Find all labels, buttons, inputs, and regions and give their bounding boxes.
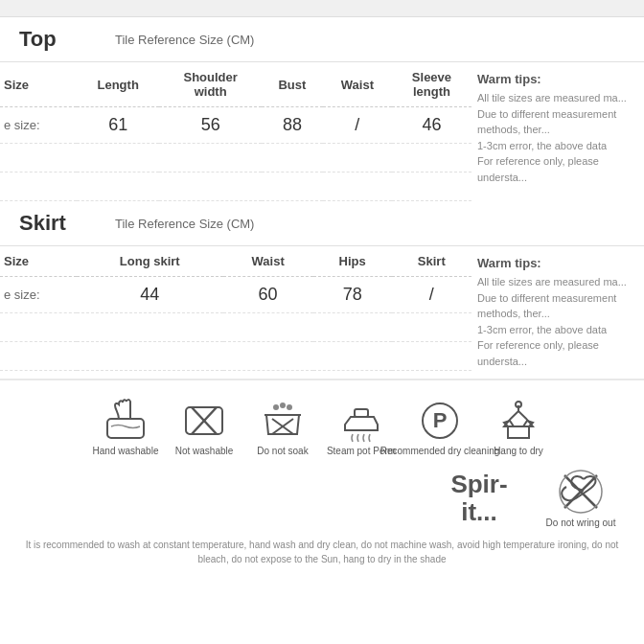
top-section-header: Top Tile Reference Size (CM) [0,17,644,62]
top-row-1: e size: 61 56 88 / 46 [0,107,472,144]
skirt-row-size: e size: [0,277,77,313]
top-row-shoulder: 56 [159,107,262,144]
care-recommended-dry-cleaning: P Recommended dry cleaning [405,396,474,456]
svg-point-13 [516,402,521,407]
top-tips-text: All tile sizes are measured ma... Due to… [477,90,638,185]
do-not-wring-label: Do not wring out [546,518,616,528]
care-not-washable: Not washable [170,396,239,456]
hang-to-dry-label: Hang to dry [494,446,543,456]
hand-washable-label: Hand washable [93,446,159,456]
skirt-row-skirt: / [392,277,472,313]
do-not-wring-icon [557,468,605,516]
care-spirit-brand: Spir-it... [441,471,518,525]
skirt-warm-tips: Warm tips: All tile sizes are measured m… [472,246,644,379]
skirt-table-left: Size Long skirt Waist Hips Skirt e size:… [0,246,472,379]
top-row-bust: 88 [262,107,323,144]
svg-text:P: P [433,408,448,432]
col-waist: Waist [323,62,392,107]
care-instructions: It is recommended to wash at constant te… [0,534,644,572]
top-row-waist: / [323,107,392,144]
care-do-not-wring: Do not wring out [546,468,615,528]
skirt-tips-title: Warm tips: [477,256,638,270]
care-section: Hand washable Not washable [0,379,644,578]
care-do-not-soak: Do not soak [248,396,317,456]
top-title: Top [19,27,96,52]
skirt-empty-row-2 [0,342,472,371]
top-size-table: Size Length Shoulderwidth Bust Waist Sle… [0,62,472,201]
top-table-left: Size Length Shoulderwidth Bust Waist Sle… [0,62,472,201]
svg-rect-0 [107,419,144,438]
top-row-size: e size: [0,107,77,144]
skirt-col-longskirt: Long skirt [77,246,223,277]
top-bar [0,0,644,17]
top-empty-row-2 [0,172,472,201]
skirt-empty-row [0,313,472,342]
skirt-row-waist: 60 [223,277,313,313]
not-washable-icon [180,396,228,444]
col-size: Size [0,62,77,107]
top-table-area: Size Length Shoulderwidth Bust Waist Sle… [0,62,644,201]
recommended-dry-cleaning-label: Recommended dry cleaning [380,446,500,456]
svg-point-8 [280,402,286,408]
svg-point-9 [287,404,292,410]
skirt-row-longskirt: 44 [77,277,223,313]
top-tips-title: Warm tips: [477,72,638,86]
top-subtitle: Tile Reference Size (CM) [115,33,254,47]
do-not-soak-label: Do not soak [257,446,308,456]
skirt-col-skirt: Skirt [392,246,472,277]
skirt-row-hips: 78 [313,277,392,313]
hand-washable-icon [102,396,150,444]
skirt-col-hips: Hips [313,246,392,277]
skirt-size-table: Size Long skirt Waist Hips Skirt e size:… [0,246,472,371]
top-row-sleeve: 46 [392,107,472,144]
skirt-section-header: Skirt Tile Reference Size (CM) [0,201,644,246]
not-washable-label: Not washable [175,446,234,456]
steam-pot-perm-icon [337,396,385,444]
skirt-table-area: Size Long skirt Waist Hips Skirt e size:… [0,246,644,379]
col-shoulder: Shoulderwidth [159,62,262,107]
skirt-col-size: Size [0,246,77,277]
top-row-length: 61 [77,107,159,144]
top-warm-tips: Warm tips: All tile sizes are measured m… [472,62,644,201]
top-empty-row [0,144,472,172]
care-hang-to-dry: Hang to dry [484,396,553,456]
col-bust: Bust [262,62,323,107]
hang-to-dry-icon [494,396,542,444]
care-hand-washable: Hand washable [91,396,160,456]
skirt-subtitle: Tile Reference Size (CM) [115,217,254,231]
col-sleeve: Sleevelength [392,62,472,107]
spirit-brand-text: Spir-it... [450,471,507,525]
skirt-title: Skirt [19,211,96,236]
svg-rect-10 [355,409,368,417]
skirt-col-waist: Waist [223,246,313,277]
svg-point-7 [273,404,279,410]
col-length: Length [77,62,159,107]
do-not-soak-icon [259,396,307,444]
skirt-row-1: e size: 44 60 78 / [0,277,472,313]
skirt-tips-text: All tile sizes are measured ma... Due to… [477,274,638,369]
care-icons-row: Hand washable Not washable [0,390,644,462]
recommended-dry-cleaning-icon: P [416,396,464,444]
care-icons-row-2: Spir-it... Do not wring out [0,462,644,534]
